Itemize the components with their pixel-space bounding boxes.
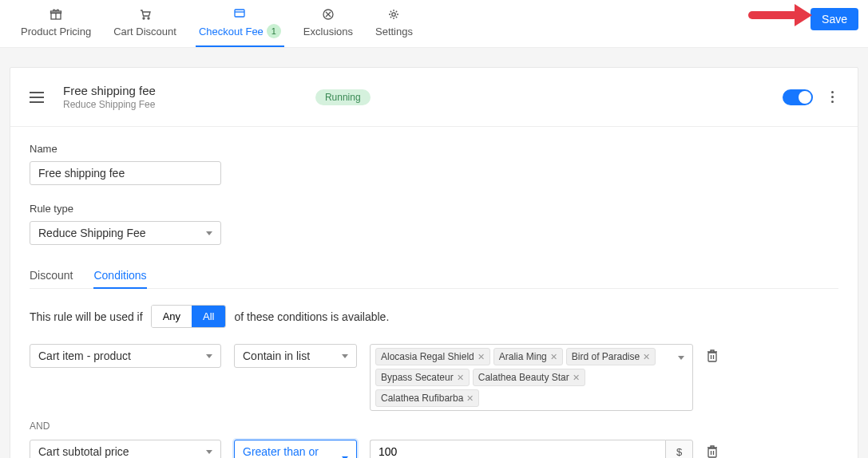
condition-operator-select[interactable]: Contain in list	[234, 344, 357, 368]
tag-remove-icon[interactable]: ✕	[457, 373, 464, 383]
tab-exclusions[interactable]: Exclusions	[292, 0, 364, 46]
delete-condition-icon[interactable]	[706, 349, 719, 363]
any-all-toggle: Any All	[151, 305, 227, 328]
condition-operator-select[interactable]: Greater than or equal	[234, 440, 357, 458]
chevron-down-icon	[342, 354, 348, 358]
tag-item: Aralia Ming✕	[493, 348, 563, 365]
more-menu-icon[interactable]	[826, 91, 838, 103]
chevron-down-icon	[206, 231, 212, 235]
subtab-conditions[interactable]: Conditions	[93, 263, 146, 288]
cart-icon	[139, 8, 152, 21]
tab-label: Cart Discount	[113, 26, 176, 38]
condition-join-and: AND	[30, 420, 838, 432]
ruletype-value: Reduce Shipping Fee	[38, 227, 146, 239]
tabs-container: Product Pricing Cart Discount Checkout F…	[10, 0, 424, 46]
condition-tags-input[interactable]: Alocasia Regal Shield✕ Aralia Ming✕ Bird…	[370, 344, 693, 411]
rule-title-wrap: Free shipping fee Reduce Shipping Fee	[63, 84, 156, 110]
tag-item: Calathea Rufibarba✕	[375, 389, 479, 407]
card-icon	[233, 6, 246, 19]
seg-any[interactable]: Any	[152, 306, 192, 327]
tab-checkout-fee[interactable]: Checkout Fee 1	[188, 0, 292, 46]
tag-remove-icon[interactable]: ✕	[550, 352, 557, 362]
callout-arrow	[739, 6, 811, 38]
tag-item: Alocasia Regal Shield✕	[375, 348, 490, 365]
condition-row: Cart subtotal price Greater than or equa…	[30, 440, 838, 458]
condition-operator-value: Greater than or equal	[243, 445, 342, 458]
tab-label: Settings	[375, 26, 413, 38]
tag-item: Bird of Paradise✕	[566, 348, 656, 365]
svg-rect-2	[51, 11, 61, 14]
svg-rect-11	[708, 353, 716, 361]
status-badge: Running	[315, 89, 371, 105]
svg-point-4	[148, 18, 149, 19]
tag-item: Bypass Secateur✕	[375, 369, 470, 386]
condition-field-select[interactable]: Cart subtotal price	[30, 440, 221, 458]
top-tabs-bar: Product Pricing Cart Discount Checkout F…	[0, 0, 868, 48]
save-button[interactable]: Save	[811, 8, 858, 30]
sentence-prefix: This rule will be used if	[30, 310, 143, 323]
condition-value-group: $	[370, 440, 693, 458]
svg-rect-5	[235, 10, 244, 17]
rule-body: Name Rule type Reduce Shipping Fee Disco…	[10, 127, 858, 458]
tag-remove-icon[interactable]: ✕	[478, 352, 485, 362]
tab-settings[interactable]: Settings	[364, 0, 424, 46]
tab-cart-discount[interactable]: Cart Discount	[102, 0, 188, 46]
tag-remove-icon[interactable]: ✕	[466, 393, 474, 404]
subtab-discount[interactable]: Discount	[30, 263, 73, 288]
condition-field-value: Cart item - product	[38, 349, 131, 362]
sub-tabs: Discount Conditions	[30, 263, 838, 289]
chevron-down-icon	[206, 450, 212, 454]
tab-badge: 1	[267, 24, 281, 38]
ruletype-label: Rule type	[30, 203, 838, 215]
gear-icon	[387, 8, 400, 21]
currency-addon: $	[665, 440, 693, 458]
svg-rect-14	[708, 448, 716, 457]
rule-card: Free shipping fee Reduce Shipping Fee Ru…	[10, 67, 858, 458]
forbid-icon	[322, 8, 335, 21]
rule-header: Free shipping fee Reduce Shipping Fee Ru…	[10, 68, 858, 127]
name-label: Name	[30, 143, 838, 155]
drag-handle-icon[interactable]	[30, 92, 44, 103]
condition-operator-value: Contain in list	[243, 349, 310, 362]
tab-label-row: Checkout Fee 1	[199, 24, 281, 38]
chevron-down-icon	[678, 356, 684, 360]
name-input[interactable]	[30, 161, 221, 185]
rule-enabled-toggle[interactable]	[783, 89, 813, 105]
sentence-suffix: of these conditions is available.	[234, 310, 389, 323]
tag-remove-icon[interactable]: ✕	[573, 373, 580, 383]
field-name: Name	[30, 143, 838, 185]
field-rule-type: Rule type Reduce Shipping Fee	[30, 203, 838, 245]
condition-value-input[interactable]	[370, 440, 665, 458]
condition-row: Cart item - product Contain in list Aloc…	[30, 344, 838, 411]
rule-subtitle: Reduce Shipping Fee	[63, 99, 156, 110]
seg-all[interactable]: All	[192, 306, 225, 327]
svg-point-3	[143, 18, 145, 19]
condition-sentence: This rule will be used if Any All of the…	[30, 305, 838, 328]
content-area: Free shipping fee Reduce Shipping Fee Ru…	[0, 48, 868, 458]
tag-remove-icon[interactable]: ✕	[643, 352, 650, 362]
delete-condition-icon[interactable]	[706, 444, 719, 458]
tab-label: Exclusions	[303, 26, 353, 38]
chevron-down-icon	[206, 354, 212, 358]
tag-item: Calathea Beauty Star✕	[473, 369, 585, 386]
tab-label: Product Pricing	[21, 26, 91, 38]
ruletype-select[interactable]: Reduce Shipping Fee	[30, 221, 221, 245]
tab-product-pricing[interactable]: Product Pricing	[10, 0, 102, 46]
tab-label: Checkout Fee	[199, 26, 264, 38]
rule-title: Free shipping fee	[63, 84, 156, 97]
condition-field-select[interactable]: Cart item - product	[30, 344, 221, 368]
svg-point-10	[392, 12, 395, 15]
condition-field-value: Cart subtotal price	[38, 445, 129, 458]
gift-icon	[50, 8, 62, 21]
